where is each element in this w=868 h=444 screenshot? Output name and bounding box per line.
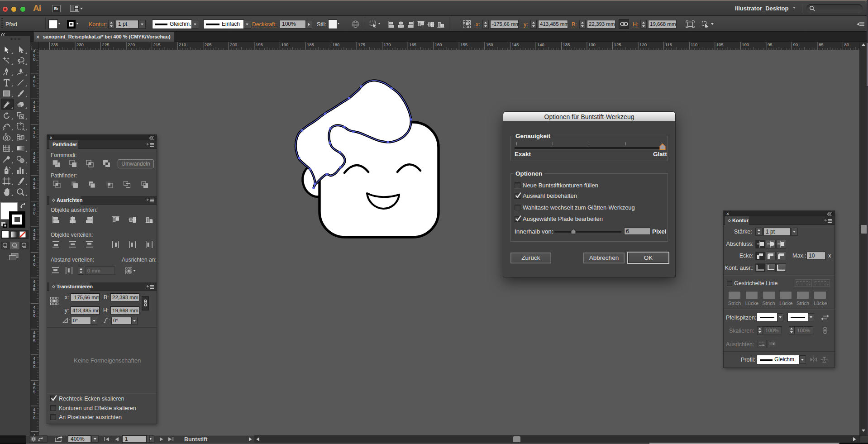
svg-text:195: 195 xyxy=(256,42,263,47)
svg-text:220: 220 xyxy=(128,42,135,47)
svg-text:5: 5 xyxy=(33,82,35,87)
svg-text:95: 95 xyxy=(768,42,773,47)
svg-text:105: 105 xyxy=(716,42,724,47)
svg-text:230: 230 xyxy=(76,42,84,47)
svg-text:115: 115 xyxy=(665,42,672,47)
svg-text:235: 235 xyxy=(51,42,58,47)
svg-text:0: 0 xyxy=(33,415,35,420)
svg-text:100: 100 xyxy=(742,42,749,47)
svg-text:205: 205 xyxy=(205,42,212,47)
svg-text:5: 5 xyxy=(33,389,35,394)
svg-text:5: 5 xyxy=(33,185,35,190)
svg-text:120: 120 xyxy=(639,42,647,47)
svg-text:225: 225 xyxy=(102,42,110,47)
svg-text:200: 200 xyxy=(230,42,237,47)
svg-text:0: 0 xyxy=(33,108,35,113)
svg-text:0: 0 xyxy=(33,262,35,267)
svg-text:0: 0 xyxy=(33,210,35,215)
svg-text:0: 0 xyxy=(33,313,35,318)
svg-text:165: 165 xyxy=(409,42,416,47)
svg-text:215: 215 xyxy=(153,42,161,47)
svg-text:0: 0 xyxy=(33,57,35,62)
svg-text:5: 5 xyxy=(33,134,35,138)
svg-text:0: 0 xyxy=(33,364,35,369)
svg-text:140: 140 xyxy=(537,42,544,47)
svg-text:145: 145 xyxy=(511,42,519,47)
svg-text:135: 135 xyxy=(563,42,570,47)
svg-text:80: 80 xyxy=(844,42,849,47)
svg-text:130: 130 xyxy=(588,42,596,47)
svg-text:90: 90 xyxy=(793,42,798,47)
svg-text:0: 0 xyxy=(33,159,35,164)
svg-text:160: 160 xyxy=(435,42,442,47)
svg-text:190: 190 xyxy=(281,42,289,47)
svg-text:5: 5 xyxy=(33,338,35,343)
svg-text:5: 5 xyxy=(33,287,35,292)
svg-text:170: 170 xyxy=(384,42,391,47)
svg-text:125: 125 xyxy=(614,42,621,47)
svg-text:150: 150 xyxy=(486,42,493,47)
svg-text:185: 185 xyxy=(307,42,314,47)
svg-text:210: 210 xyxy=(179,42,186,47)
svg-text:5: 5 xyxy=(33,236,35,241)
svg-text:85: 85 xyxy=(819,42,824,47)
svg-text:155: 155 xyxy=(460,42,467,47)
svg-text:180: 180 xyxy=(333,42,340,47)
svg-text:110: 110 xyxy=(691,42,697,47)
svg-text:175: 175 xyxy=(358,42,365,47)
